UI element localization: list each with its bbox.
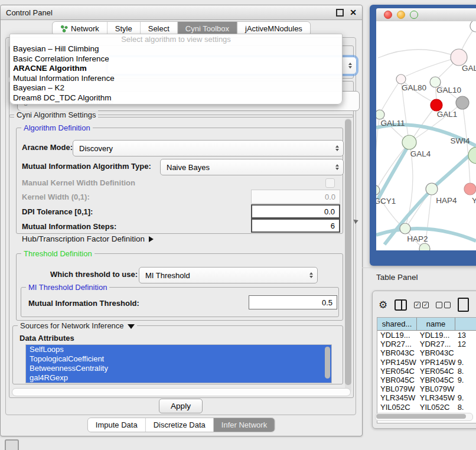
combo-stepper-icon: [309, 272, 313, 278]
kernel-width-label: Kernel Width (0,1):: [22, 192, 90, 203]
tab-infer-network[interactable]: Infer Network: [214, 418, 275, 432]
mi-steps-label: Mutual Information Steps:: [22, 221, 116, 232]
mi-threshold-group-title: MI Threshold Definition: [26, 283, 109, 292]
network-node[interactable]: [451, 49, 467, 66]
algorithm-option[interactable]: Bayesian – Hill Climbing: [10, 44, 342, 54]
gear-icon[interactable]: ⚙: [379, 300, 387, 310]
data-attributes-list[interactable]: SelfLoops TopologicalCoefficient Between…: [25, 344, 332, 383]
network-node[interactable]: [376, 110, 384, 119]
settings-horizontal-scrollbar[interactable]: [12, 388, 351, 396]
kernel-width-field[interactable]: 0.0: [251, 190, 340, 204]
network-node[interactable]: [464, 183, 476, 195]
table-horizontal-scrollbar-thumb[interactable]: [376, 414, 466, 419]
table-row[interactable]: YDL19...YDL19...13: [377, 331, 476, 340]
select-all-icon[interactable]: ✓ ✓: [414, 302, 429, 308]
algorithm-option[interactable]: Bayesian – K2: [10, 83, 342, 93]
screen: Control Panel ✕ Network Style Select Cyn…: [0, 0, 476, 450]
unchecked-box-icon: [444, 302, 451, 308]
network-node[interactable]: [402, 135, 416, 149]
table-row[interactable]: YBL079WYBL079W: [377, 384, 476, 393]
network-node[interactable]: [456, 96, 469, 109]
network-node[interactable]: [426, 183, 438, 195]
network-canvas-svg[interactable]: GALGAL80GAL10GAL1GAL11GAL4SWI4HAP4YGCY1H…: [376, 21, 476, 250]
threshold-definition-title: Threshold Definition: [21, 249, 94, 258]
tab-discretize-data[interactable]: Discretize Data: [146, 418, 214, 432]
network-canvas[interactable]: GALGAL80GAL10GAL1GAL11GAL4SWI4HAP4YGCY1H…: [376, 21, 476, 250]
which-threshold-label: Which threshold to use:: [50, 269, 138, 280]
algorithm-popup-placeholder: Select algorithm to view settings: [10, 34, 342, 44]
network-window-titlebar[interactable]: [376, 8, 476, 22]
minimize-traffic-light-icon[interactable]: [397, 11, 405, 19]
algorithm-option[interactable]: Dream8 DC_TDC Algorithm: [10, 93, 342, 103]
table-row[interactable]: YDR27...YDR27...12: [377, 340, 476, 348]
which-threshold-combo[interactable]: MI Threshold: [139, 267, 318, 283]
settings-vertical-scrollbar[interactable]: [345, 118, 351, 393]
hub-definition-toggle[interactable]: Hub/Transcription Factor Definition: [22, 234, 154, 243]
network-node[interactable]: [396, 74, 406, 84]
table-row[interactable]: YBR045CYBR045C9.: [377, 376, 476, 384]
network-view-window[interactable]: GALGAL80GAL10GAL1GAL11GAL4SWI4HAP4YGCY1H…: [370, 5, 476, 266]
dpi-tolerance-field[interactable]: 0.0: [251, 204, 340, 219]
aracne-mode-combo[interactable]: Discovery: [73, 140, 344, 156]
network-node[interactable]: [419, 243, 430, 250]
expand-right-icon: [149, 236, 154, 242]
float-window-icon[interactable]: [336, 9, 344, 17]
list-item[interactable]: SelfLoops: [26, 345, 331, 354]
network-node-label: GAL4: [410, 149, 431, 158]
column-header-cut[interactable]: [455, 318, 476, 330]
mi-threshold-field[interactable]: 0.5: [249, 295, 337, 309]
network-node[interactable]: [431, 99, 442, 111]
settings-vertical-scrollbar-thumb[interactable]: [345, 119, 351, 385]
close-icon[interactable]: ✕: [350, 8, 357, 17]
network-node[interactable]: [468, 147, 476, 164]
mi-algorithm-type-combo[interactable]: Naive Bayes: [160, 159, 344, 175]
mi-algorithm-type-value: Naive Bayes: [167, 163, 210, 172]
algorithm-option[interactable]: Mutual Information Inference: [10, 74, 342, 84]
which-threshold-value: MI Threshold: [145, 271, 190, 280]
table-row[interactable]: YBR043CYBR043C: [377, 348, 476, 357]
table-row[interactable]: YER054CYER054C8.: [377, 367, 476, 376]
column-header-name[interactable]: name: [417, 318, 455, 330]
collapsed-panel-button[interactable]: [5, 439, 19, 450]
control-panel-titlebar[interactable]: Control Panel ✕: [1, 5, 362, 20]
table-row[interactable]: YLR345WYLR345W9.: [377, 393, 476, 402]
zoom-traffic-light-icon[interactable]: [410, 11, 418, 19]
column-header-shared-name[interactable]: shared...: [377, 318, 417, 330]
tab-impute-data[interactable]: Impute Data: [88, 418, 146, 432]
network-node-label: Y: [472, 196, 476, 205]
sources-group-title: Sources for Network Inference: [18, 321, 137, 330]
algorithm-option[interactable]: Basic Correlation Inference: [10, 54, 342, 64]
manual-kernel-width-label: Manual Kernel Width Definition: [22, 178, 135, 188]
checked-box-icon: ✓: [422, 302, 429, 308]
control-panel-title: Control Panel: [6, 8, 336, 17]
apply-button[interactable]: Apply: [159, 399, 203, 413]
table-row[interactable]: YPR145WYPR145W9.: [377, 358, 476, 367]
table-header-row: shared... name: [377, 318, 476, 331]
list-item[interactable]: gal4RGexp: [26, 373, 331, 383]
list-item[interactable]: TopologicalCoefficient: [26, 354, 331, 364]
table-toolbar: ⚙ ✓ ✓: [379, 296, 476, 314]
document-icon[interactable]: [458, 298, 469, 312]
table-row[interactable]: YIL052CYIL052C8.: [377, 403, 476, 412]
list-vertical-scrollbar-thumb[interactable]: [325, 347, 330, 379]
list-item[interactable]: BetweennessCentrality: [26, 364, 331, 373]
network-icon: [60, 25, 68, 32]
mi-threshold-group: MI Threshold Definition Mutual Informati…: [21, 287, 339, 317]
network-node-label: GAL11: [380, 119, 405, 128]
combo-stepper-icon: [335, 164, 339, 170]
cyni-bottom-tabbar: Impute Data Discretize Data Infer Networ…: [87, 418, 275, 432]
aracne-mode-label: Aracne Mode:: [22, 142, 73, 153]
close-traffic-light-icon[interactable]: [384, 11, 392, 19]
network-edge: [378, 50, 459, 58]
mi-steps-field[interactable]: 6: [251, 219, 340, 233]
network-node[interactable]: [470, 21, 476, 32]
table-horizontal-scrollbar[interactable]: [375, 413, 473, 421]
network-node[interactable]: [400, 223, 410, 234]
algorithm-dropdown-popup: Select algorithm to view settings Bayesi…: [9, 34, 343, 105]
algorithm-option-selected[interactable]: ARACNE Algorithm: [10, 64, 342, 74]
algorithm-definition-title: Algorithm Definition: [21, 123, 93, 132]
columns-icon[interactable]: [395, 299, 407, 311]
deselect-all-icon[interactable]: [436, 302, 451, 308]
combo-stepper-icon: [348, 63, 352, 69]
manual-kernel-width-checkbox[interactable]: [325, 178, 335, 188]
